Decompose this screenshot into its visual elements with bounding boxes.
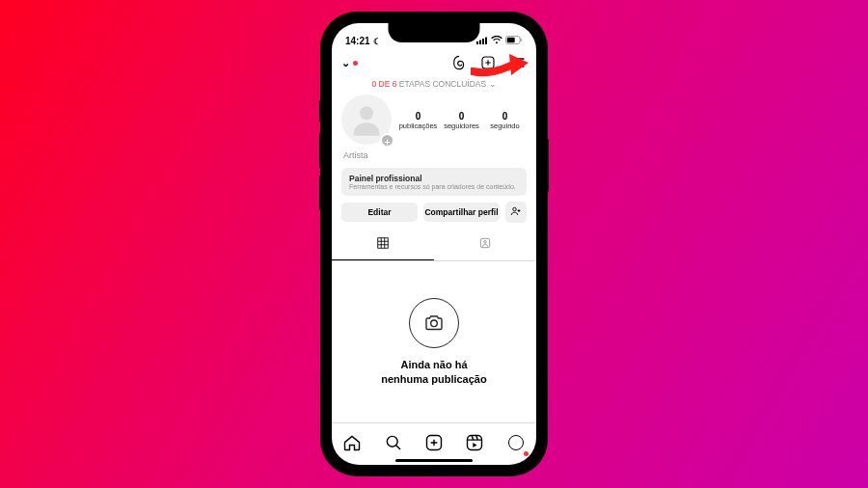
- username-dropdown[interactable]: ⌄: [341, 57, 358, 69]
- phone-frame: 14:21 ☾ ⌄: [322, 14, 546, 474]
- svg-rect-6: [521, 39, 522, 41]
- svg-rect-2: [482, 39, 484, 44]
- tab-tagged[interactable]: [434, 230, 536, 260]
- create-post-icon[interactable]: [480, 55, 496, 70]
- hamburger-menu-icon[interactable]: [509, 55, 527, 70]
- nav-home[interactable]: [340, 433, 364, 456]
- profile-avatar[interactable]: +: [341, 95, 393, 147]
- svg-point-23: [484, 241, 487, 244]
- discover-people-button[interactable]: [505, 202, 527, 223]
- notification-dot-icon: [353, 61, 358, 66]
- svg-rect-5: [507, 38, 515, 43]
- svg-rect-3: [485, 38, 487, 45]
- profile-stats-row: + 0 publicações 0 seguidores 0 seguindo: [332, 95, 536, 147]
- tab-grid[interactable]: [332, 230, 434, 260]
- professional-dashboard-card[interactable]: Painel profissional Ferramentas e recurs…: [341, 168, 527, 196]
- following-stat[interactable]: 0 seguindo: [483, 111, 527, 130]
- nav-reels[interactable]: [463, 433, 486, 456]
- chevron-down-icon: ⌄: [489, 79, 497, 89]
- cellular-icon: [476, 36, 488, 46]
- share-profile-button[interactable]: Compartilhar perfil: [423, 203, 500, 222]
- battery-icon: [505, 36, 523, 46]
- notification-dot-icon: [524, 451, 529, 456]
- edit-profile-button[interactable]: Editar: [341, 203, 418, 222]
- pro-panel-subtitle: Ferramentas e recursos só para criadores…: [349, 183, 519, 190]
- svg-line-26: [395, 445, 399, 448]
- wifi-icon: [491, 36, 502, 46]
- nav-search[interactable]: [382, 433, 405, 456]
- chevron-down-icon: ⌄: [341, 57, 350, 69]
- dnd-moon-icon: ☾: [373, 37, 381, 46]
- empty-text-line1: Ainda não há: [381, 358, 486, 371]
- svg-point-34: [508, 435, 523, 449]
- phone-notch: [389, 23, 480, 42]
- svg-rect-0: [476, 41, 478, 44]
- svg-point-25: [387, 436, 397, 447]
- svg-rect-17: [378, 238, 389, 249]
- posts-stat[interactable]: 0 publicações: [396, 111, 440, 130]
- steps-label: ETAPAS CONCLUÍDAS: [396, 79, 486, 89]
- svg-point-14: [513, 207, 517, 211]
- phone-screen: 14:21 ☾ ⌄: [332, 23, 536, 465]
- threads-icon[interactable]: [451, 55, 467, 70]
- pro-panel-title: Painel profissional: [349, 174, 519, 183]
- profile-tabs: [332, 230, 536, 261]
- svg-point-13: [360, 106, 373, 120]
- status-time: 14:21: [345, 36, 370, 46]
- profile-action-row: Editar Compartilhar perfil: [332, 202, 536, 230]
- onboarding-steps-banner[interactable]: 0 DE 6 ETAPAS CONCLUÍDAS ⌄: [332, 77, 536, 95]
- profile-header: ⌄: [332, 48, 536, 77]
- camera-icon: [409, 298, 459, 348]
- nav-create[interactable]: [422, 433, 446, 456]
- add-story-plus-icon[interactable]: +: [380, 133, 394, 148]
- followers-stat[interactable]: 0 seguidores: [440, 111, 483, 130]
- empty-text-line2: nenhuma publicação: [381, 372, 486, 386]
- steps-progress: 0 DE 6: [371, 79, 396, 89]
- svg-rect-1: [479, 41, 481, 45]
- bio-category: Artista: [332, 147, 536, 168]
- svg-rect-30: [468, 435, 482, 449]
- empty-posts-state: Ainda não há nenhuma publicação: [332, 261, 536, 422]
- svg-point-24: [431, 320, 438, 327]
- nav-profile[interactable]: [504, 433, 528, 456]
- home-indicator: [395, 459, 473, 462]
